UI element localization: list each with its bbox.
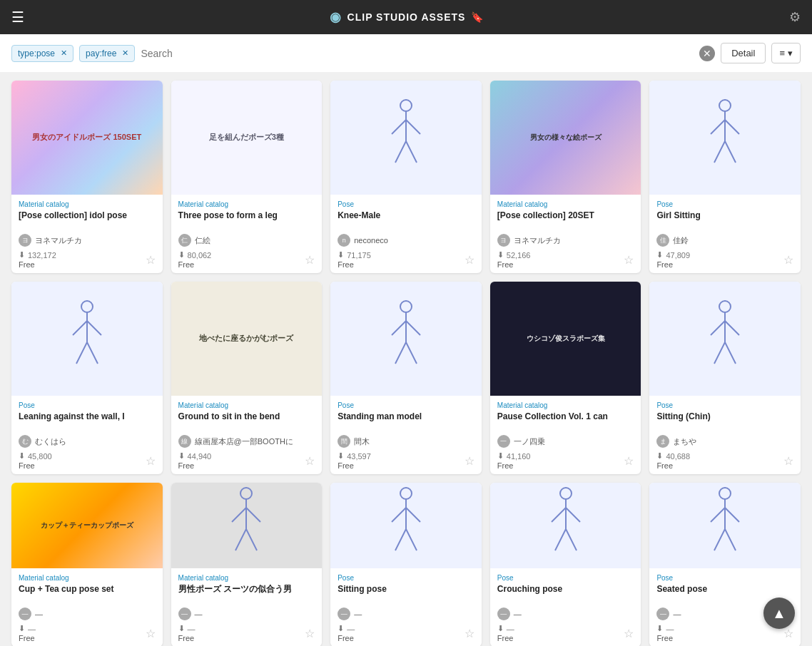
favorite-button[interactable]: ☆	[783, 627, 793, 640]
card-item[interactable]: 男女のアイドルポーズ 150SET Material catalog [Pose…	[11, 81, 163, 273]
favorite-button[interactable]: ☆	[305, 253, 315, 267]
thumb-figure	[330, 282, 482, 396]
thumb-figure	[330, 483, 482, 568]
author-avatar: ヨ	[497, 234, 510, 247]
card-item[interactable]: 男女の様々な絵ポーズ Material catalog [Pose collec…	[490, 81, 641, 273]
author-name: 佳鈴	[673, 235, 689, 246]
card-type: Pose	[19, 401, 156, 409]
card-body: Material catalog Cup + Tea cup pose set …	[11, 568, 163, 646]
card-body: Material catalog Three pose to form a le…	[171, 195, 323, 273]
card-price: Free	[656, 461, 690, 470]
author-name: まちや	[673, 436, 696, 447]
card-item[interactable]: Pose Girl Sitting 佳 佳鈴 ⬇ 47,809 Free ☆	[649, 81, 801, 273]
card-author: 間 間木	[338, 435, 474, 448]
card-item[interactable]: Pose Leaning against the wall, I む むくはら …	[11, 282, 163, 474]
author-name: 線画屋本店@一部BOOTHに	[195, 436, 293, 447]
card-title: Sitting pose	[338, 584, 474, 604]
card-author: — —	[19, 607, 156, 620]
download-icon: ⬇	[497, 624, 504, 633]
favorite-button[interactable]: ☆	[783, 253, 793, 267]
card-type: Material catalog	[497, 200, 634, 208]
author-name: ヨネマルチカ	[35, 235, 82, 246]
sort-dropdown[interactable]: ≡ ▾	[771, 43, 801, 63]
card-downloads: ⬇ 45,800	[19, 451, 52, 461]
favorite-button[interactable]: ☆	[146, 454, 156, 468]
card-title: [Pose collection] idol pose	[19, 210, 156, 230]
card-footer: ⬇ — Free ☆	[497, 624, 634, 642]
thumb-figure: 男女の様々な絵ポーズ	[490, 81, 641, 195]
svg-point-30	[240, 488, 252, 499]
download-icon: ⬇	[338, 624, 344, 633]
favorite-button[interactable]: ☆	[624, 253, 634, 267]
svg-line-2	[392, 120, 406, 134]
thumb-figure	[171, 483, 323, 568]
card-author: — —	[497, 607, 634, 620]
card-item[interactable]: Pose Knee-Male n neconeco ⬇ 71,175 Free …	[330, 81, 482, 273]
svg-line-41	[406, 529, 417, 550]
thumb-figure: カップ＋ティーカップポーズ	[11, 483, 163, 568]
author-avatar: 一	[497, 435, 510, 448]
card-downloads: ⬇ —	[338, 624, 355, 633]
svg-line-51	[725, 508, 739, 522]
card-item[interactable]: 地べたに座るかがむポーズ Material catalog Ground to …	[171, 282, 323, 474]
card-price: Free	[338, 634, 355, 642]
favorite-button[interactable]: ☆	[465, 454, 474, 468]
scroll-to-top-button[interactable]: ▲	[763, 598, 795, 629]
card-type: Material catalog	[19, 574, 156, 582]
gear-icon[interactable]: ⚙	[789, 9, 801, 25]
svg-line-15	[87, 321, 101, 335]
tag-pay-close[interactable]: ✕	[122, 48, 128, 58]
download-icon: ⬇	[656, 250, 663, 260]
svg-line-32	[232, 508, 246, 522]
card-price: Free	[338, 260, 371, 269]
clear-button[interactable]: ✕	[699, 46, 715, 61]
tag-filter-pay[interactable]: pay:free ✕	[79, 45, 135, 62]
search-input[interactable]	[141, 48, 694, 59]
svg-line-22	[395, 342, 406, 364]
svg-line-5	[406, 141, 417, 163]
card-body: Pose Leaning against the wall, I む むくはら …	[11, 396, 163, 474]
thumb-figure: 地べたに座るかがむポーズ	[171, 282, 323, 396]
card-item[interactable]: Pose Sitting (Chin) ま まちや ⬇ 40,688 Free …	[649, 282, 801, 474]
author-avatar: —	[19, 607, 31, 620]
card-downloads: ⬇ —	[178, 624, 196, 633]
logo-icon: ◉	[330, 9, 342, 25]
detail-button[interactable]: Detail	[721, 43, 766, 63]
author-avatar: —	[497, 607, 510, 620]
menu-icon[interactable]: ☰	[11, 9, 24, 26]
card-title: Leaning against the wall, I	[19, 411, 156, 431]
favorite-button[interactable]: ☆	[465, 253, 474, 267]
author-avatar: 線	[178, 435, 191, 448]
svg-point-0	[400, 100, 412, 111]
favorite-button[interactable]: ☆	[624, 454, 634, 468]
tag-type-close[interactable]: ✕	[61, 48, 67, 58]
download-count: —	[666, 625, 674, 633]
card-author: ま まちや	[656, 435, 793, 448]
card-item[interactable]: Pose Crouching pose — — ⬇ — Free ☆	[490, 483, 641, 646]
svg-point-18	[400, 301, 412, 312]
download-icon: ⬇	[338, 451, 344, 461]
thumb-figure	[649, 81, 801, 195]
favorite-button[interactable]: ☆	[146, 627, 156, 640]
card-downloads: ⬇ 52,166	[497, 250, 531, 260]
favorite-button[interactable]: ☆	[783, 454, 793, 468]
tag-filter-type[interactable]: type:pose ✕	[11, 45, 73, 62]
favorite-button[interactable]: ☆	[146, 253, 156, 267]
card-footer: ⬇ 45,800 Free ☆	[19, 451, 156, 470]
card-item[interactable]: Pose Standing man model 間 間木 ⬇ 43,597 Fr…	[330, 282, 482, 474]
favorite-button[interactable]: ☆	[305, 627, 315, 640]
card-item[interactable]: 足を組んだポーズ3種 Material catalog Three pose t…	[171, 81, 323, 273]
card-type: Material catalog	[497, 401, 634, 409]
card-item[interactable]: Material catalog 男性ポーズ スーツの似合う男 — — ⬇ — …	[171, 483, 323, 646]
card-item[interactable]: Pose Sitting pose — — ⬇ — Free ☆	[330, 483, 482, 646]
card-footer: ⬇ 71,175 Free ☆	[338, 250, 474, 269]
favorite-button[interactable]: ☆	[305, 454, 315, 468]
card-item[interactable]: ウシコゾ俊スラポーズ集 Material catalog Pause Colle…	[490, 282, 641, 474]
favorite-button[interactable]: ☆	[624, 627, 634, 640]
card-item[interactable]: カップ＋ティーカップポーズ Material catalog Cup + Tea…	[11, 483, 163, 646]
author-name: むくはら	[35, 436, 66, 447]
card-grid: 男女のアイドルポーズ 150SET Material catalog [Pose…	[0, 72, 812, 646]
search-bar: type:pose ✕ pay:free ✕ ✕ Detail ≡ ▾	[0, 34, 812, 72]
favorite-button[interactable]: ☆	[465, 627, 474, 640]
card-author: — —	[338, 607, 474, 620]
